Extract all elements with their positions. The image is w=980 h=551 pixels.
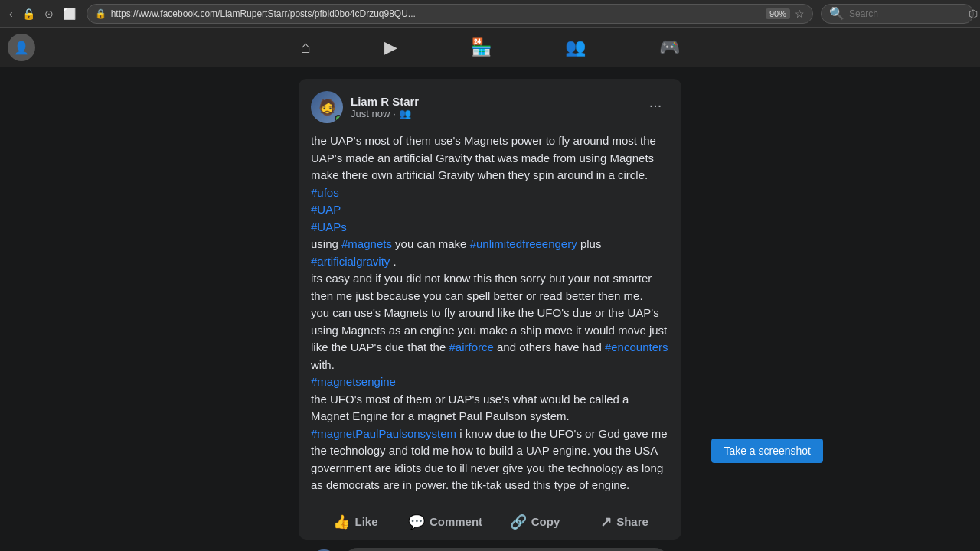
- comment-icon: 💬: [408, 514, 425, 530]
- hashtag-uap[interactable]: #UAP: [311, 203, 341, 216]
- screenshot-tooltip[interactable]: Take a screenshot: [711, 439, 823, 463]
- url-lock-icon: 🔒: [95, 8, 106, 19]
- extension-icon: ⬜: [60, 6, 79, 21]
- share-icon: ↗: [600, 514, 612, 530]
- post-body: the UAP's most of them use's Magnets pow…: [311, 132, 669, 494]
- comment-label: Comment: [430, 515, 482, 528]
- hashtag-magnetsengine[interactable]: #magnetsengine: [311, 375, 396, 388]
- search-icon: 🔍: [829, 6, 844, 21]
- post-timestamp: Just now · 👥: [351, 108, 419, 119]
- nav-groups[interactable]: 👥: [559, 31, 592, 64]
- post-card: 🧔 Liam R Starr Just now · 👥 ··· the UAP'…: [299, 79, 681, 540]
- like-button[interactable]: 👍 Like: [311, 507, 400, 536]
- post-paragraph-3: its easy and if you did not know this th…: [311, 270, 669, 305]
- search-input[interactable]: [849, 8, 964, 19]
- post-hashtags-uaps: #UAPs: [311, 219, 669, 236]
- post-hashtags-ufos: #ufos: [311, 184, 669, 202]
- comment-input-wrapper[interactable]: 😊 🙂 📷 🎭 📎: [343, 548, 669, 552]
- nav-gaming[interactable]: 🎮: [653, 31, 686, 64]
- post-hashtags-uap: #UAP: [311, 201, 669, 219]
- post-more-options-button[interactable]: ···: [642, 91, 669, 119]
- hashtag-unlimited[interactable]: #unlimitedfreeengery: [470, 237, 577, 250]
- like-icon: 👍: [333, 514, 350, 530]
- post-header-left: 🧔 Liam R Starr Just now · 👥: [311, 91, 419, 123]
- post-time-text: Just now: [351, 108, 390, 119]
- hashtag-ufos[interactable]: #ufos: [311, 186, 339, 199]
- hashtag-uaps[interactable]: #UAPs: [311, 220, 347, 233]
- friends-icon: 👥: [399, 108, 411, 119]
- search-bar[interactable]: 🔍 ⬡: [821, 4, 974, 24]
- post-author-name[interactable]: Liam R Starr: [351, 95, 419, 108]
- copy-button[interactable]: 🔗 Copy: [490, 507, 580, 536]
- hashtag-encounters[interactable]: #encounters: [605, 341, 668, 354]
- hashtag-magnetpaulsonsystem[interactable]: #magnetPaulPaulsonsystem: [311, 427, 456, 440]
- nav-home[interactable]: ⌂: [294, 31, 316, 64]
- user-avatar[interactable]: 👤: [8, 34, 35, 61]
- browser-controls: ‹ 🔒 ⊙ ⬜: [6, 6, 79, 21]
- main-content: 🧔 Liam R Starr Just now · 👥 ··· the UAP'…: [0, 67, 980, 551]
- online-status-dot: [335, 115, 342, 122]
- post-author-avatar[interactable]: 🧔: [311, 91, 343, 123]
- post-paragraph-4: you can use's Magnets to fly around like…: [311, 305, 669, 373]
- nav-left-avatar: 👤: [0, 28, 191, 67]
- post-paragraph-5: the UFO's most of them or UAP's use's wh…: [311, 391, 669, 425]
- post-user-info: Liam R Starr Just now · 👥: [351, 95, 419, 119]
- hashtag-airforce[interactable]: #airforce: [449, 341, 493, 354]
- nav-watch[interactable]: ▶: [378, 31, 403, 64]
- screenshot-tooltip-label: Take a screenshot: [724, 445, 811, 457]
- comment-button[interactable]: 💬 Comment: [400, 507, 490, 536]
- post-header: 🧔 Liam R Starr Just now · 👥 ···: [311, 91, 669, 123]
- lock-icon: 🔒: [19, 6, 38, 21]
- url-bar[interactable]: 🔒 https://www.facebook.com/LiamRupertSta…: [87, 4, 813, 24]
- post-actions: 👍 Like 💬 Comment 🔗 Copy ↗ Share: [311, 504, 669, 540]
- like-label: Like: [354, 515, 377, 528]
- nav-bar: 👤 ⌂ ▶ 🏪 👥 🎮: [0, 28, 980, 67]
- copy-icon: 🔗: [510, 514, 527, 530]
- bookmark-icon[interactable]: ☆: [795, 8, 805, 20]
- url-text: https://www.facebook.com/LiamRupertStarr…: [111, 8, 761, 19]
- pocket-icon[interactable]: ⬡: [969, 8, 978, 20]
- nav-marketplace[interactable]: 🏪: [465, 31, 498, 64]
- copy-label: Copy: [531, 515, 560, 528]
- comment-input-area: 🧔 😊 🙂 📷 🎭 📎: [311, 548, 669, 552]
- post-paragraph-6: #magnetPaulPaulsonsystem i know due to t…: [311, 425, 669, 494]
- post-paragraph-1: the UAP's most of them use's Magnets pow…: [311, 132, 669, 184]
- zoom-badge[interactable]: 90%: [766, 8, 790, 19]
- nav-right-actions: [858, 28, 980, 67]
- browser-chrome: ‹ 🔒 ⊙ ⬜ 🔒 https://www.facebook.com/LiamR…: [0, 0, 980, 28]
- share-label: Share: [616, 515, 648, 528]
- post-paragraph-magnets: using #magnets you can make #unlimitedfr…: [311, 236, 669, 270]
- hashtag-artificial[interactable]: #artificialgravity: [311, 255, 390, 268]
- tracking-icon: ⊙: [41, 6, 57, 21]
- post-hashtag-magnetsengine: #magnetsengine: [311, 373, 669, 391]
- hashtag-magnets[interactable]: #magnets: [341, 237, 392, 250]
- separator-dot: ·: [393, 108, 396, 119]
- share-button[interactable]: ↗ Share: [580, 507, 669, 536]
- back-icon[interactable]: ‹: [6, 6, 16, 21]
